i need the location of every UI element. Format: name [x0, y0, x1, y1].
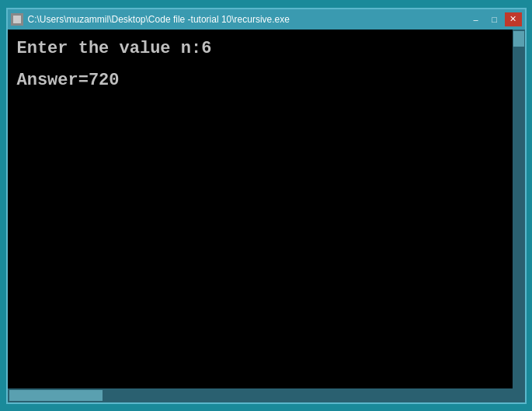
window-icon: [11, 13, 23, 26]
title-bar-text: C:\Users\muzammil\Desktop\Code file -tut…: [28, 14, 290, 25]
window-body: Enter the value n:6 Answer=720: [8, 30, 525, 388]
vertical-scrollbar[interactable]: [513, 30, 525, 388]
horizontal-scrollbar-thumb[interactable]: [9, 390, 103, 401]
close-button[interactable]: ✕: [505, 12, 522, 26]
console-line-2: Answer=720: [17, 68, 503, 93]
bottom-bar: [8, 388, 525, 402]
title-bar-controls: – □ ✕: [468, 12, 522, 26]
console-area: Enter the value n:6 Answer=720: [8, 30, 513, 388]
minimize-button[interactable]: –: [468, 12, 485, 26]
console-output: Enter the value n:6 Answer=720: [17, 36, 503, 93]
title-bar-left: C:\Users\muzammil\Desktop\Code file -tut…: [11, 13, 290, 26]
vertical-scrollbar-thumb[interactable]: [513, 31, 524, 47]
title-bar: C:\Users\muzammil\Desktop\Code file -tut…: [8, 9, 525, 30]
window: C:\Users\muzammil\Desktop\Code file -tut…: [6, 8, 527, 404]
maximize-button[interactable]: □: [486, 12, 503, 26]
console-line-1: Enter the value n:6: [17, 36, 503, 61]
scrollbar-corner: [103, 388, 115, 402]
